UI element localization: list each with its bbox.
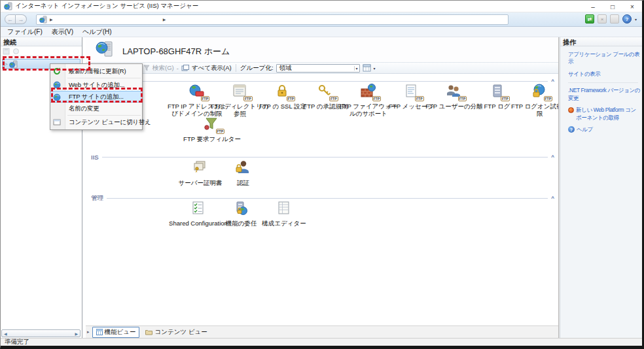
context-menu-item-add-website[interactable]: Web サイトの追加... xyxy=(50,79,142,91)
connect-icon[interactable] xyxy=(12,48,20,55)
group-by-select[interactable]: 領域 ▾ xyxy=(276,64,360,73)
action-link-label[interactable]: 新しい Web Platform コンポーネントの取得 xyxy=(576,107,641,122)
minimize-button[interactable]: – xyxy=(583,1,603,12)
save-connection-icon[interactable] xyxy=(3,48,10,55)
tab-content-view[interactable]: コンテンツ ビュー xyxy=(142,327,210,337)
help-icon-button[interactable]: ? xyxy=(622,14,632,24)
action-link-label[interactable]: アプリケーション プールの表示 xyxy=(568,51,641,66)
action-link-help[interactable]: ? ヘルプ xyxy=(568,126,641,133)
feature-ftp-logon-attempt-restrictions[interactable]: FTP FTP ログオン試行制限 xyxy=(519,83,558,118)
group-by-dropdown-icon[interactable]: ▾ xyxy=(354,66,359,71)
feature-label: 構成エディター xyxy=(253,220,315,227)
feature-ftp-ssl-settings[interactable]: FTP FTP の SSL 設定 xyxy=(262,83,304,118)
ftp-badge: FTP xyxy=(216,129,224,134)
server-icon xyxy=(9,60,18,69)
back-button[interactable]: ← xyxy=(5,14,16,24)
search-funnel-icon xyxy=(143,65,150,71)
actions-panel: 操作 アプリケーション プールの表示 サイトの表示 .NET Framework… xyxy=(560,37,642,338)
connections-horizontal-scrollbar[interactable]: ◀ ▶ xyxy=(1,329,80,337)
feature-ftp-user-isolation[interactable]: FTP FTP ユーザーの分離 xyxy=(433,83,475,118)
search-go-label[interactable]: 検索(G) xyxy=(152,64,174,73)
tab-scroll-icon[interactable]: ▸ xyxy=(87,329,90,335)
action-link-label[interactable]: .NET Framework バージョンの変更 xyxy=(568,87,641,102)
restart-icon-button[interactable]: ⇄ xyxy=(585,14,594,24)
ftp-badge: FTP xyxy=(329,96,338,101)
context-menu-label: 名前の変更 xyxy=(69,105,99,113)
section-rule xyxy=(102,157,548,158)
features-view-icon xyxy=(96,329,103,335)
view-selector-dropdown-icon[interactable]: ▾ xyxy=(374,66,376,71)
context-menu-item-rename[interactable]: 名前の変更 xyxy=(50,103,142,114)
feature-ftp-messages[interactable]: FTP FTP メッセージ xyxy=(391,83,433,118)
window-title: インターネット インフォメーション サービス (IIS) マネージャー xyxy=(15,2,198,10)
show-all-icon xyxy=(181,65,189,72)
address-bar: ← → ▶ ▶ ⇄ × ? ▾ xyxy=(1,12,642,27)
switch-view-icon xyxy=(53,118,61,126)
collapse-icon[interactable]: ^ xyxy=(551,195,554,201)
view-tabs-bar: ▸ 機能ビュー コンテンツ ビュー xyxy=(86,325,558,338)
action-link-view-application-pools[interactable]: アプリケーション プールの表示 xyxy=(568,51,641,66)
refresh-disabled-icon-button[interactable] xyxy=(610,14,619,24)
breadcrumb[interactable]: ▶ ▶ xyxy=(36,14,509,25)
ftp-badge: FTP xyxy=(544,96,552,101)
context-menu-separator xyxy=(67,115,141,116)
tab-features-view[interactable]: 機能ビュー xyxy=(92,327,140,338)
menu-item-file[interactable]: ファイル(F) xyxy=(3,27,47,37)
close-button[interactable]: × xyxy=(622,1,642,12)
action-link-view-sites[interactable]: サイトの表示 xyxy=(568,71,641,78)
ftp-badge: FTP xyxy=(201,96,209,101)
view-selector-icon[interactable] xyxy=(363,64,371,72)
feature-ftp-request-filtering[interactable]: FTP FTP 要求フィルター xyxy=(191,116,233,142)
context-menu-label: FTP サイトの追加... xyxy=(69,93,124,101)
action-link-label[interactable]: サイトの表示 xyxy=(568,71,600,78)
features-view-content: FTP ^ FTP FTP IP アドレスおよびドメインの制限 xyxy=(86,74,558,325)
iis-logo-icon xyxy=(4,2,12,10)
context-menu-label: Web サイトの追加... xyxy=(69,81,124,90)
action-link-get-web-platform-components[interactable]: 新しい Web Platform コンポーネントの取得 xyxy=(568,107,641,122)
context-menu-item-add-ftp-site[interactable]: FTP サイトの追加... xyxy=(50,91,142,103)
context-menu-item-refresh[interactable]: 最新の情報に更新(R) xyxy=(50,65,142,77)
ftp-badge: FTP xyxy=(458,96,467,101)
forward-button[interactable]: → xyxy=(16,14,27,24)
action-link-change-dotnet-version[interactable]: .NET Framework バージョンの変更 xyxy=(568,87,641,102)
feature-delegation-icon xyxy=(231,200,251,217)
scroll-right-icon[interactable]: ▶ xyxy=(75,331,78,336)
feature-configuration-editor[interactable]: 構成エディター xyxy=(263,200,305,227)
context-menu-label: 最新の情報に更新(R) xyxy=(69,67,126,76)
maximize-button[interactable]: □ xyxy=(603,1,622,12)
breadcrumb-arrow-icon[interactable]: ▶ xyxy=(50,17,53,22)
feature-label: FTP 要求フィルター xyxy=(181,135,243,142)
server-certificates-icon xyxy=(190,159,209,176)
server-icon xyxy=(39,16,47,24)
feature-label: 認証 xyxy=(212,179,275,186)
context-menu: 最新の情報に更新(R) Web サイトの追加... FTP サイトの追加... … xyxy=(50,63,143,130)
iis-manager-window: インターネット インフォメーション サービス (IIS) マネージャー – □ … xyxy=(0,0,644,349)
help-dropdown-icon[interactable]: ▾ xyxy=(635,17,637,22)
connections-toolbar xyxy=(1,46,82,56)
breadcrumb-arrow-icon[interactable]: ▶ xyxy=(163,17,166,22)
feature-authentication[interactable]: 認証 xyxy=(223,159,264,186)
feature-ftp-firewall-support[interactable]: FTP FTP ファイアウォールのサポート xyxy=(348,83,389,118)
show-all-label[interactable]: すべて表示(A) xyxy=(192,64,232,73)
menu-item-help[interactable]: ヘルプ(H) xyxy=(78,27,116,37)
collapse-icon[interactable]: ^ xyxy=(551,154,554,160)
scroll-left-icon[interactable]: ◀ xyxy=(4,331,7,336)
refresh-icon xyxy=(53,67,61,75)
help-icon: ? xyxy=(568,126,575,133)
menu-item-view[interactable]: 表示(V) xyxy=(47,27,78,37)
shared-configuration-icon xyxy=(188,200,207,217)
management-feature-row: Shared Configuration 機能の委任 xyxy=(177,200,305,227)
tree-expander-icon[interactable]: ▷ xyxy=(4,61,7,67)
ftp-feature-row-2: FTP FTP 要求フィルター xyxy=(191,116,233,142)
actions-header: 操作 xyxy=(560,37,642,46)
tab-content-label: コンテンツ ビュー xyxy=(154,328,207,337)
stop-icon-button[interactable]: × xyxy=(598,14,607,24)
actions-separator xyxy=(568,82,638,83)
authentication-icon xyxy=(233,159,253,176)
context-menu-separator xyxy=(67,78,141,78)
context-menu-item-switch-to-content-view[interactable]: コンテンツ ビューに切り替え xyxy=(50,116,142,128)
globe-icon xyxy=(53,81,61,89)
action-link-label[interactable]: ヘルプ xyxy=(577,126,593,133)
feature-ftp-directory-browsing[interactable]: FTP FTP ディレクトリの参照 xyxy=(219,83,261,118)
group-by-value: 領域 xyxy=(279,64,292,73)
